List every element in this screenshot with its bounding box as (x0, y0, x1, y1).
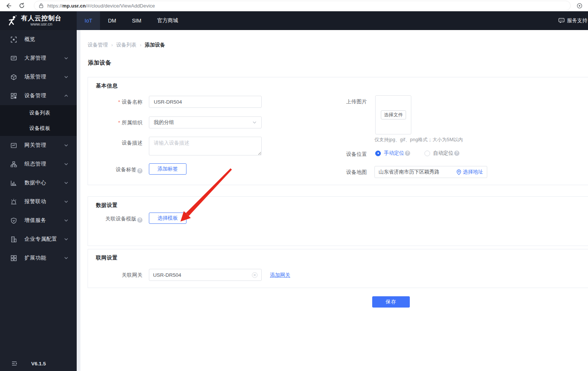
device-name-label: 设备名称 (88, 99, 142, 106)
sidebar-item-alarm-linkage[interactable]: 报警联动 (0, 192, 77, 211)
network-settings-card: 联网设置 关联网关 USR-DR504 ✕ 添加网关 (88, 249, 588, 288)
gateway-value: USR-DR504 (153, 272, 181, 278)
manual-location-radio[interactable] (375, 151, 381, 156)
organization-value: 我的分组 (154, 119, 174, 126)
sidebar-subitem-device-list[interactable]: 设备列表 (0, 105, 77, 121)
add-gateway-link[interactable]: 添加网关 (270, 272, 290, 279)
auto-location-option[interactable]: 自动定位 (433, 150, 453, 157)
device-management-icon (11, 93, 17, 99)
sidebar-footer: V6.1.5 (0, 356, 77, 371)
browser-refresh-button[interactable] (17, 1, 27, 11)
organization-select[interactable]: 我的分组 (149, 116, 262, 128)
sidebar-item-configuration-management[interactable]: 组态管理 (0, 155, 77, 173)
device-management-submenu: 设备列表 设备模板 (0, 105, 77, 136)
sidebar: 概览 大屏管理 场景管理 设备管理 设备列表 设备模板 网关管理 组态 (0, 30, 77, 371)
clear-icon[interactable]: ✕ (252, 272, 258, 278)
alarm-icon (11, 199, 17, 205)
sidebar-item-enterprise-config[interactable]: 企业专属配置 (0, 230, 77, 249)
lock-icon (39, 3, 44, 8)
chevron-down-icon (252, 120, 257, 125)
browser-bar: https://mp.usr.cn/#/cloud/device/ViewAdd… (0, 0, 588, 11)
device-location-label: 设备位置 (314, 151, 367, 158)
data-settings-card: 数据设置 关联设备模版? 选择模板 (88, 196, 588, 246)
save-button[interactable]: 保存 (372, 296, 410, 308)
tab-iot[interactable]: IoT (77, 11, 100, 30)
breadcrumb-separator: › (140, 42, 141, 48)
chevron-down-icon (64, 218, 68, 223)
auto-location-radio[interactable] (424, 151, 430, 156)
chevron-down-icon (64, 256, 68, 260)
select-address-link[interactable]: 选择地址 (456, 169, 483, 175)
help-icon[interactable]: ? (137, 168, 142, 173)
scene-cube-icon (11, 74, 17, 80)
tab-official-mall[interactable]: 官方商城 (149, 11, 186, 30)
back-arrow-icon (5, 3, 12, 9)
chevron-down-icon (64, 237, 68, 241)
add-tag-button[interactable]: 添加标签 (149, 163, 186, 175)
service-support-label: 服务支持 (567, 17, 587, 24)
sidebar-item-extended-functions[interactable]: 扩展功能 (0, 249, 77, 267)
app-subtitle: www.usr.cn (21, 22, 62, 27)
upload-image-dropzone[interactable]: 选择文件 (375, 95, 411, 134)
device-map-value: 山东省济南市历下区颖秀路 (379, 169, 439, 175)
sidebar-item-screen-management[interactable]: 大屏管理 (0, 49, 77, 68)
basic-info-section-title: 基本信息 (96, 83, 118, 89)
sidebar-item-gateway-management[interactable]: 网关管理 (0, 136, 77, 155)
gateway-icon (11, 142, 17, 149)
bar-chart-icon (11, 180, 17, 186)
sidebar-item-device-management[interactable]: 设备管理 (0, 86, 77, 105)
sidebar-item-value-added-services[interactable]: 增值服务 (0, 211, 77, 230)
help-icon[interactable]: ? (454, 151, 459, 156)
gateway-input[interactable]: USR-DR504 ✕ (149, 269, 262, 281)
tab-dm[interactable]: DM (100, 11, 124, 30)
shield-icon (11, 217, 17, 224)
breadcrumb-device-management[interactable]: 设备管理 (88, 42, 108, 48)
device-name-input[interactable] (149, 96, 262, 108)
choose-file-button[interactable]: 选择文件 (381, 110, 406, 119)
address-bar[interactable]: https://mp.usr.cn/#/cloud/device/ViewAdd… (34, 1, 571, 11)
sidebar-item-overview[interactable]: 概览 (0, 30, 77, 49)
sidebar-subitem-device-template[interactable]: 设备模板 (0, 121, 77, 136)
network-settings-section-title: 联网设置 (96, 255, 118, 261)
chat-icon (558, 18, 565, 24)
chevron-down-icon (64, 181, 68, 185)
device-map-input[interactable]: 山东省济南市历下区颖秀路 选择地址 (374, 166, 487, 178)
device-map-label: 设备地图 (314, 169, 367, 176)
brand-logo[interactable]: 有人云控制台 www.usr.cn (0, 11, 77, 30)
device-description-textarea[interactable] (149, 137, 262, 155)
chevron-up-icon (64, 94, 68, 98)
sidebar-item-scene-management[interactable]: 场景管理 (0, 68, 77, 86)
building-icon (11, 236, 17, 243)
tab-sim[interactable]: SIM (124, 11, 149, 30)
location-pin-icon (456, 169, 461, 175)
page-title: 添加设备 (88, 59, 111, 66)
chevron-down-icon (64, 143, 68, 148)
help-icon[interactable]: ? (405, 151, 410, 156)
sidebar-item-data-center[interactable]: 数据中心 (0, 173, 77, 192)
manual-location-option[interactable]: 手动定位 (384, 150, 404, 157)
service-support-button[interactable]: 服务支持 (558, 17, 588, 24)
main-content: 设备管理 › 设备列表 › 添加设备 添加设备 基本信息 设备名称 所属组织 我… (77, 30, 588, 371)
basic-info-card: 基本信息 设备名称 所属组织 我的分组 设备描述 设备标签? 添加标签 上传图片… (88, 77, 588, 185)
chevron-down-icon (64, 162, 68, 166)
help-icon[interactable]: ? (137, 217, 142, 223)
collapse-sidebar-icon[interactable] (11, 361, 17, 366)
location-radio-group: 手动定位 ? 自动定位 ? (375, 150, 459, 157)
upload-hint-text: 仅支持jpg、gif、png格式；大小为5M以内 (374, 137, 463, 143)
browser-back-button[interactable] (3, 1, 14, 11)
organization-label: 所属组织 (88, 119, 142, 126)
select-template-button[interactable]: 选择模板 (149, 213, 186, 224)
chevron-down-icon (64, 56, 68, 60)
top-navigation: 有人云控制台 www.usr.cn IoT DM SIM 官方商城 服务支持 (0, 11, 588, 30)
browser-site-info-button[interactable] (571, 3, 588, 9)
chevron-down-icon (64, 75, 68, 79)
url-text: https://mp.usr.cn/#/cloud/device/ViewAdd… (47, 3, 155, 9)
product-tabs: IoT DM SIM 官方商城 (77, 11, 186, 30)
version-label: V6.1.5 (31, 361, 46, 366)
data-settings-section-title: 数据设置 (96, 202, 118, 209)
breadcrumb-separator: › (111, 42, 113, 48)
breadcrumb-device-list[interactable]: 设备列表 (116, 42, 136, 48)
overview-icon (11, 36, 17, 43)
device-template-label: 关联设备模版? (82, 216, 142, 223)
target-circle-icon (576, 3, 583, 9)
